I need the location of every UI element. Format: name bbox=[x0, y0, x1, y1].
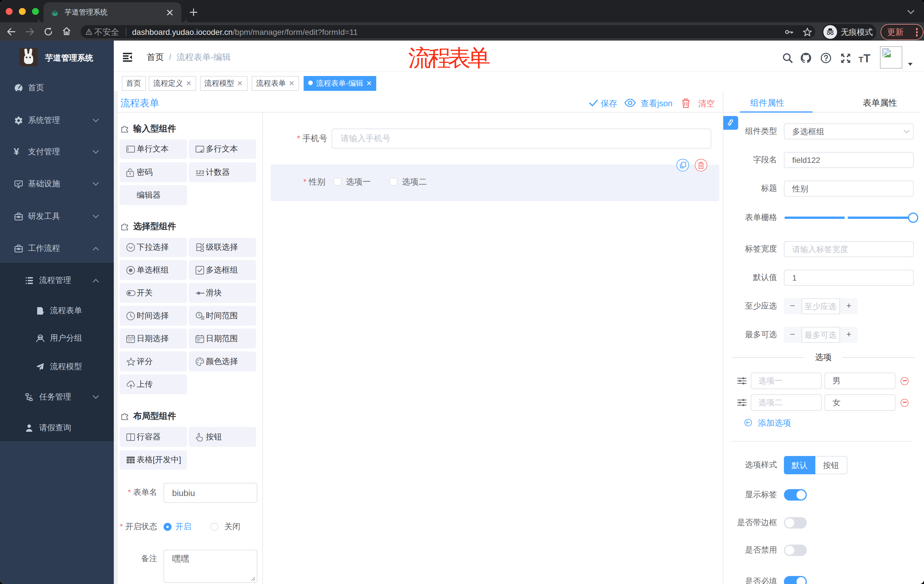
svg-text:123: 123 bbox=[195, 169, 204, 175]
